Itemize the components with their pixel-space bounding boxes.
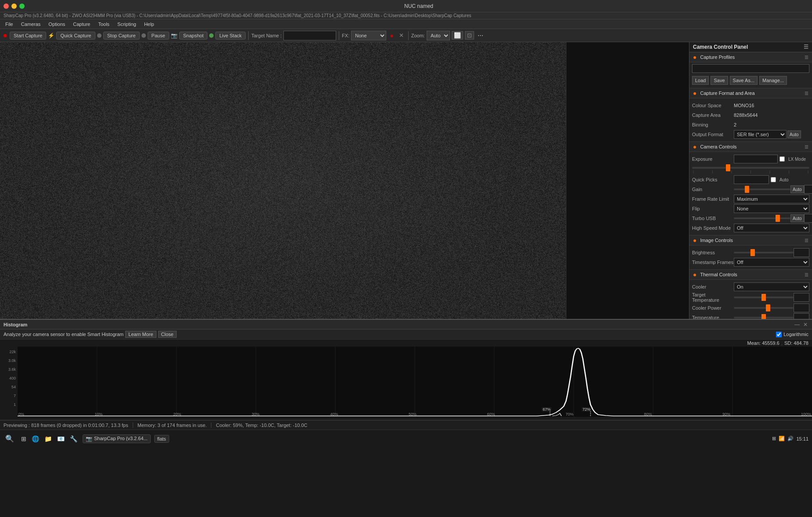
target-name-label: Target Name : bbox=[251, 33, 282, 38]
flats-taskbar-item[interactable]: flats bbox=[154, 435, 169, 443]
taskbar-app3[interactable]: 📁 bbox=[43, 434, 54, 443]
image-controls-menu-icon[interactable]: ☰ bbox=[805, 238, 808, 243]
timestamp-frames-select[interactable]: Off bbox=[734, 258, 809, 267]
taskbar-app4[interactable]: 📧 bbox=[55, 434, 66, 443]
temperature-value: -10.0 bbox=[794, 313, 809, 319]
camera-controls-header[interactable]: ● Camera Controls ☰ bbox=[689, 142, 812, 152]
lx-mode-label: LX Mode bbox=[788, 157, 806, 162]
exposure-input[interactable]: 6.58 ms bbox=[734, 155, 778, 163]
histogram-learn-more-button[interactable]: Learn More bbox=[125, 331, 156, 338]
image-controls-content: Brightness 30 Timestamp Frames Off bbox=[689, 246, 812, 269]
cooler-power-value[interactable]: 58 bbox=[794, 304, 809, 312]
menu-capture[interactable]: Capture bbox=[69, 21, 94, 28]
cooler-select[interactable]: On bbox=[734, 282, 809, 291]
format-menu-icon[interactable]: ☰ bbox=[805, 91, 808, 96]
taskbar-apps: ⊞ 🌐 📁 📧 🔧 bbox=[19, 434, 79, 443]
maximize-button[interactable] bbox=[19, 4, 25, 9]
profiles-menu-icon[interactable]: ☰ bbox=[805, 55, 808, 60]
exposure-label: Exposure bbox=[692, 156, 734, 162]
menu-file[interactable]: File bbox=[2, 21, 17, 28]
gain-slider[interactable] bbox=[734, 188, 790, 190]
histogram-main[interactable]: 0% 10% 20% 30% 40% 50% 60% 70% 80% 90% 1… bbox=[18, 347, 812, 417]
close-button[interactable] bbox=[4, 4, 9, 9]
menu-options[interactable]: Options bbox=[45, 21, 69, 28]
taskbar-search-button[interactable]: 🔍 bbox=[4, 434, 16, 444]
high-speed-select[interactable]: Off bbox=[734, 224, 809, 232]
thermal-menu-icon[interactable]: ☰ bbox=[805, 272, 808, 277]
target-temp-value[interactable]: -10 bbox=[794, 293, 809, 302]
histogram-close-button[interactable]: ✕ bbox=[802, 322, 808, 328]
gain-value[interactable]: 120 bbox=[804, 185, 812, 194]
live-stack-dot bbox=[209, 33, 214, 38]
turbo-usb-value[interactable]: 80 bbox=[804, 214, 812, 223]
lx-mode-checkbox[interactable] bbox=[779, 156, 785, 162]
y-label-1: 1 bbox=[14, 402, 16, 407]
taskbar-app1[interactable]: ⊞ bbox=[19, 434, 28, 443]
start-capture-button[interactable]: Start Capture bbox=[10, 32, 46, 40]
image-controls-header[interactable]: ● Image Controls ☰ bbox=[689, 235, 812, 246]
profiles-saveas-button[interactable]: Save As... bbox=[730, 76, 758, 85]
turbo-usb-row: Turbo USB Auto 80 bbox=[692, 214, 809, 223]
frame-rate-select[interactable]: Maximum bbox=[734, 195, 809, 203]
brightness-value[interactable]: 30 bbox=[794, 248, 809, 257]
window-title: NUC named bbox=[29, 3, 808, 9]
capture-format-header[interactable]: ● Capture Format and Area ☰ bbox=[689, 88, 812, 98]
quick-picks-auto-checkbox[interactable] bbox=[771, 177, 776, 182]
flip-select[interactable]: None bbox=[734, 204, 809, 213]
cooler-row: Cooler On bbox=[692, 282, 809, 291]
logarithmic-label: Logarithmic bbox=[783, 332, 808, 337]
output-format-select[interactable]: SER file (*.ser) bbox=[734, 130, 787, 139]
minimize-button[interactable] bbox=[11, 4, 17, 9]
output-format-auto-button[interactable]: Auto bbox=[787, 130, 801, 138]
profiles-save-button[interactable]: Save bbox=[710, 76, 728, 85]
menu-help[interactable]: Help bbox=[141, 21, 158, 28]
histogram-minimize-button[interactable]: — bbox=[794, 322, 801, 328]
profiles-manage-button[interactable]: Manage... bbox=[759, 76, 787, 85]
brightness-slider[interactable] bbox=[734, 252, 794, 253]
menu-tools[interactable]: Tools bbox=[94, 21, 113, 28]
sharpcap-taskbar-item[interactable]: 📷 SharpCap Pro (v3.2.64... bbox=[83, 434, 151, 443]
system-tray: ⊞ 📶 🔊 15:11 bbox=[772, 436, 808, 441]
fx-x-button[interactable]: ✕ bbox=[397, 31, 406, 40]
live-stack-button[interactable]: Live Stack bbox=[215, 32, 246, 40]
taskbar-app2[interactable]: 🌐 bbox=[30, 434, 41, 443]
profiles-input[interactable] bbox=[692, 64, 809, 73]
frame-rate-row: Frame Rate Limit Maximum bbox=[692, 195, 809, 203]
thermal-controls-header[interactable]: ● Thermal Controls ☰ bbox=[689, 270, 812, 280]
fx-select[interactable]: None bbox=[351, 31, 386, 40]
gain-auto-button[interactable]: Auto bbox=[790, 185, 804, 193]
turbo-usb-slider[interactable] bbox=[734, 217, 790, 219]
menu-scripting[interactable]: Scripting bbox=[114, 21, 140, 28]
target-temp-slider[interactable] bbox=[734, 296, 794, 298]
panel-menu-icon[interactable]: ☰ bbox=[804, 44, 808, 50]
exposure-row: Exposure 6.58 ms LX Mode bbox=[692, 155, 809, 163]
quick-capture-button[interactable]: Quick Capture bbox=[56, 32, 95, 40]
fx-red-button[interactable]: ● bbox=[388, 31, 395, 40]
controls-menu-icon[interactable]: ☰ bbox=[805, 145, 808, 149]
format-indicator: ● bbox=[693, 90, 696, 97]
profiles-load-button[interactable]: Load bbox=[692, 76, 709, 85]
menu-cameras[interactable]: Cameras bbox=[18, 21, 44, 28]
stop-capture-button[interactable]: Stop Capture bbox=[103, 32, 140, 40]
brightness-row: Brightness 30 bbox=[692, 248, 809, 257]
turbo-usb-auto-button[interactable]: Auto bbox=[790, 214, 804, 222]
pause-button[interactable]: Pause bbox=[148, 32, 169, 40]
logarithmic-checkbox[interactable] bbox=[776, 332, 782, 337]
y-label-3k: 3.0k bbox=[8, 358, 16, 363]
capture-profiles-header[interactable]: ● Capture Profiles ☰ bbox=[689, 52, 812, 62]
snapshot-button[interactable]: Snapshot bbox=[179, 32, 207, 40]
target-name-input[interactable] bbox=[283, 31, 336, 40]
sharpcap-icon: 📷 bbox=[86, 436, 92, 442]
histogram-header: Histogram — ✕ bbox=[0, 320, 812, 329]
exposure-slider[interactable] bbox=[692, 167, 809, 169]
zoom-more-button[interactable]: ⋯ bbox=[476, 31, 485, 40]
zoom-select[interactable]: Auto bbox=[427, 31, 450, 40]
quick-picks-input[interactable] bbox=[734, 175, 769, 184]
zoom-fit-button[interactable]: ⬜ bbox=[452, 31, 463, 40]
histogram-close-info-button[interactable]: Close bbox=[158, 331, 177, 338]
histogram-sd: SD: 484.78 bbox=[784, 340, 808, 346]
zoom-reset-button[interactable]: ⊡ bbox=[465, 31, 474, 40]
cooler-power-slider[interactable] bbox=[734, 307, 794, 309]
timestamp-frames-row: Timestamp Frames Off bbox=[692, 258, 809, 267]
taskbar-app5[interactable]: 🔧 bbox=[68, 434, 79, 443]
